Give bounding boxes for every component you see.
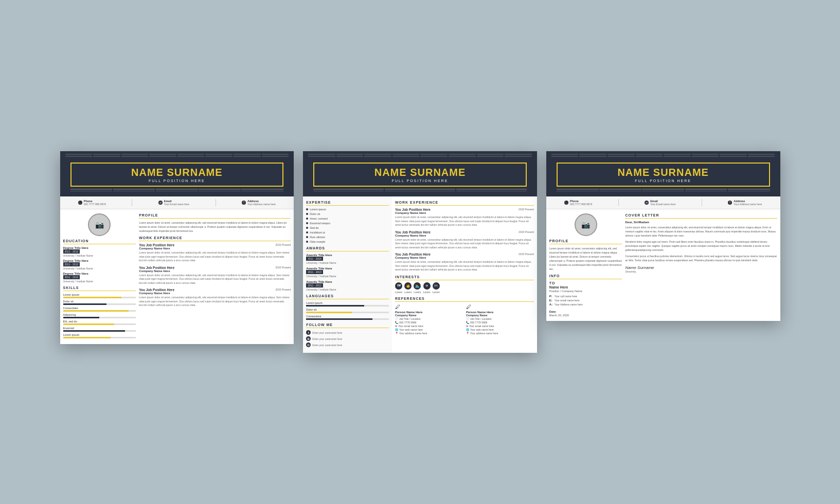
skill-item: Dolor sit bbox=[63, 300, 136, 305]
education-item: Degree Title Here 2011 - 2012 University… bbox=[63, 272, 136, 283]
card3-name-box: NAME SURNAME FULL POSITION HERE bbox=[557, 163, 770, 187]
interest-item: 🧑Lorem bbox=[404, 282, 412, 294]
info-phone-row: P: Your call name here bbox=[549, 295, 622, 298]
lang-name: Lorem ipsum bbox=[306, 301, 389, 304]
interest-item: 🎮Lorem bbox=[433, 282, 440, 294]
skill-bar-fill bbox=[63, 310, 129, 312]
interests-title: INTERESTS bbox=[395, 275, 534, 280]
header-divider-3 bbox=[551, 189, 775, 194]
follow-list: fEnter your username hereBEnter your use… bbox=[306, 330, 389, 347]
info-address-row: A: Your Address name here bbox=[549, 303, 622, 306]
bullet bbox=[306, 231, 308, 233]
jobs-list-2: You Job Position Here Company Name Here … bbox=[395, 208, 534, 272]
date-label: Date: bbox=[549, 310, 622, 313]
award-item: Awards Title Here 2011 - 2012 University… bbox=[306, 280, 389, 291]
job-item-2: You Job Position Here Company Name Here … bbox=[395, 253, 534, 272]
ref-web-text: Your web name here bbox=[470, 328, 494, 331]
sign-name: Name Surname bbox=[625, 265, 777, 270]
address-letter: A: bbox=[549, 303, 553, 306]
refs-row: 🖊 Person Name Here Company Name 📄 Job Ti… bbox=[395, 304, 534, 335]
expertise-text: Lorem ipsum bbox=[310, 208, 326, 211]
expertise-text: Eiusmod tempor bbox=[310, 222, 330, 225]
cover-para2: Hendrerit dolor magna eget ust lorem. Pr… bbox=[625, 240, 777, 252]
ref-title-text: Job Title / Location bbox=[470, 317, 492, 320]
card1-right-col: PROFILE Lorem ipsum dolor sit amet, cons… bbox=[139, 213, 291, 340]
interests-row: 🗺Lorem🧑Lorem🏊Lorem✈Lorem🎮Lorem bbox=[395, 282, 534, 294]
card2-right-col: WORK EXPERIENCE You Job Position Here Co… bbox=[392, 196, 537, 353]
card1-subtitle: FULL POSITION HERE bbox=[77, 179, 278, 183]
skill-bar-fill bbox=[63, 330, 125, 332]
reference-item: 🖊 Person Name Here Company Name 📄 Job Ti… bbox=[466, 304, 534, 335]
job-company: Company Name Here bbox=[139, 292, 174, 295]
follow-circle: D bbox=[306, 343, 311, 347]
lang-bar-fill bbox=[306, 312, 351, 313]
interests-list: 🗺Lorem🧑Lorem🏊Lorem✈Lorem🎮Lorem bbox=[395, 282, 534, 294]
profile-title: PROFILE bbox=[139, 213, 291, 219]
info-email-row: E: Your email name here bbox=[549, 299, 622, 302]
languages-title: LANGUAGES bbox=[306, 294, 389, 299]
skill-name: Lorem ipsum bbox=[63, 333, 136, 336]
job-title-2: You Job Position Here bbox=[395, 230, 431, 234]
card3-right-col: COVER LETTER Dear, Sir/Madam Lorem ipsum… bbox=[625, 213, 777, 317]
interest-icon: 🧑 bbox=[404, 282, 412, 290]
photo-placeholder: 📷 bbox=[88, 213, 111, 236]
follow-text: Enter your username here bbox=[312, 337, 342, 340]
ref-web-icon: 🌐 bbox=[395, 328, 398, 331]
address-icon: 📍 bbox=[242, 201, 246, 205]
address-icon-3: 📍 bbox=[728, 201, 732, 205]
award-year: 2011 - 2012 bbox=[306, 283, 323, 287]
ref-phone-icon: 📞 bbox=[466, 321, 469, 324]
camera-icon-3: 📷 bbox=[581, 221, 590, 229]
to-section: TO Name Here Position / Company Name bbox=[549, 281, 622, 293]
expertise-text: Sed do bbox=[310, 226, 318, 229]
language-item: Dolor sit bbox=[306, 308, 389, 313]
follow-item: fEnter your username here bbox=[306, 330, 389, 335]
card1-name-box: NAME SURNAME FULL POSITION HERE bbox=[70, 163, 284, 187]
expertise-text: Duis ultrices bbox=[310, 236, 325, 239]
ref-phone-text: 000 7778 5969 bbox=[399, 321, 416, 324]
skill-bar-fill bbox=[63, 337, 111, 338]
interest-item: 🗺Lorem bbox=[395, 282, 402, 294]
skill-name: Consectetur bbox=[63, 307, 136, 310]
ref-email-icon: ✉ bbox=[466, 325, 468, 328]
lang-name: Dolor sit bbox=[306, 308, 389, 311]
card1-body: 📷 EDUCATION Degree Title Here 2011 - 201… bbox=[60, 209, 294, 344]
card3-left-col: 📷 PROFILE Lorem ipsum dolor sit amet, co… bbox=[549, 213, 622, 317]
card3-subtitle: FULL POSITION HERE bbox=[563, 179, 764, 183]
job-item-2: You Job Position Here Company Name Here … bbox=[395, 208, 534, 227]
skill-item: Lorem ipsum bbox=[63, 293, 136, 298]
card3-header: NAME SURNAME FULL POSITION HERE bbox=[546, 151, 780, 196]
profile-title-3: PROFILE bbox=[549, 239, 622, 244]
expertise-item: Incididunt ut bbox=[306, 231, 389, 234]
job-company-2: Company Name Here bbox=[395, 234, 431, 237]
edu-years: 2011 - 2012 bbox=[63, 275, 80, 279]
bullet bbox=[306, 208, 308, 210]
lang-name: Consectetur bbox=[306, 315, 389, 318]
ref-company: Company Name bbox=[395, 314, 463, 317]
follow-text: Enter your username here bbox=[312, 331, 342, 334]
job-date-2: 2020 Present bbox=[519, 208, 534, 211]
skill-name: Lorem ipsum bbox=[63, 293, 136, 296]
job-title: You Job Position Here bbox=[139, 266, 174, 269]
cover-salutation: Dear, Sir/Madam bbox=[625, 221, 777, 224]
sign-closing: Sincerely, bbox=[625, 270, 777, 273]
interest-icon: 🏊 bbox=[414, 282, 421, 290]
cover-para1: Lorem ipsum dolor sit amet, consectetur … bbox=[625, 225, 777, 238]
skill-bar-bg bbox=[63, 323, 136, 325]
lang-bar-bg bbox=[306, 312, 389, 313]
edu-school: University / Institute Name bbox=[63, 267, 136, 270]
job-title: You Job Position Here bbox=[139, 288, 174, 292]
card1-name: NAME SURNAME bbox=[77, 167, 278, 178]
job-date: 2020 Present bbox=[275, 266, 291, 269]
card3-contact-bar: 📞 Phone 000 7777 888 9879 ✉ Email Your E… bbox=[546, 196, 780, 209]
interest-label: Lorem bbox=[423, 291, 431, 294]
award-year: 2011 - 2013 bbox=[306, 270, 323, 274]
photo-placeholder-3: 📷 bbox=[575, 213, 597, 236]
edu-years: 2011 - 2012 bbox=[63, 262, 80, 266]
ref-web-text: Your web name here bbox=[399, 328, 423, 331]
bullet bbox=[306, 222, 308, 224]
contact-phone: 📞 Phone 000 7777 888 9879 bbox=[78, 200, 106, 206]
skill-bar-bg bbox=[63, 297, 136, 298]
skill-bar-bg bbox=[63, 303, 136, 305]
skill-bar-bg bbox=[63, 330, 136, 332]
